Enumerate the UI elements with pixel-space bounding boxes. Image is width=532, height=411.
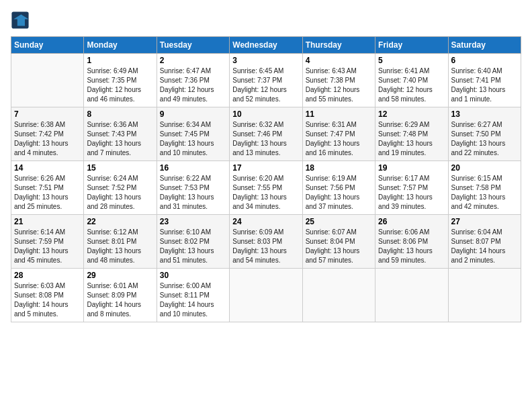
day-number: 11 xyxy=(306,109,372,119)
calendar-cell: 6 Sunrise: 6:40 AMSunset: 7:41 PMDayligh… xyxy=(448,54,521,107)
logo-icon xyxy=(11,11,30,30)
calendar-header-row: SundayMondayTuesdayWednesdayThursdayFrid… xyxy=(11,37,521,54)
calendar-week-row: 7 Sunrise: 6:38 AMSunset: 7:42 PMDayligh… xyxy=(11,107,521,161)
day-info: Sunrise: 6:00 AMSunset: 8:11 PMDaylight:… xyxy=(160,281,226,319)
calendar-cell: 13 Sunrise: 6:27 AMSunset: 7:50 PMDaylig… xyxy=(448,107,521,161)
day-info: Sunrise: 6:19 AMSunset: 7:56 PMDaylight:… xyxy=(306,174,372,212)
calendar-cell: 12 Sunrise: 6:29 AMSunset: 7:48 PMDaylig… xyxy=(375,107,448,161)
day-info: Sunrise: 6:24 AMSunset: 7:52 PMDaylight:… xyxy=(87,174,153,212)
calendar-cell: 10 Sunrise: 6:32 AMSunset: 7:46 PMDaylig… xyxy=(230,107,302,161)
day-info: Sunrise: 6:36 AMSunset: 7:43 PMDaylight:… xyxy=(87,120,153,158)
day-number: 12 xyxy=(378,109,445,119)
day-info: Sunrise: 6:43 AMSunset: 7:38 PMDaylight:… xyxy=(306,66,372,104)
day-info: Sunrise: 6:29 AMSunset: 7:48 PMDaylight:… xyxy=(378,120,445,158)
day-info: Sunrise: 6:07 AMSunset: 8:04 PMDaylight:… xyxy=(306,228,372,265)
day-number: 5 xyxy=(378,56,445,65)
calendar-cell: 3 Sunrise: 6:45 AMSunset: 7:37 PMDayligh… xyxy=(230,54,302,107)
day-number: 20 xyxy=(451,163,518,173)
day-number: 25 xyxy=(306,217,372,226)
page-header xyxy=(11,11,521,30)
day-info: Sunrise: 6:04 AMSunset: 8:07 PMDaylight:… xyxy=(451,228,518,265)
day-number: 4 xyxy=(306,56,372,65)
day-number: 19 xyxy=(378,163,445,173)
calendar-week-row: 1 Sunrise: 6:49 AMSunset: 7:35 PMDayligh… xyxy=(11,54,521,107)
calendar-table: SundayMondayTuesdayWednesdayThursdayFrid… xyxy=(11,36,521,322)
day-info: Sunrise: 6:49 AMSunset: 7:35 PMDaylight:… xyxy=(87,66,153,104)
calendar-cell: 11 Sunrise: 6:31 AMSunset: 7:47 PMDaylig… xyxy=(302,107,375,161)
calendar-week-row: 14 Sunrise: 6:26 AMSunset: 7:51 PMDaylig… xyxy=(11,161,521,215)
weekday-header: Monday xyxy=(84,37,157,54)
calendar-cell: 16 Sunrise: 6:22 AMSunset: 7:53 PMDaylig… xyxy=(157,161,229,215)
day-info: Sunrise: 6:03 AMSunset: 8:08 PMDaylight:… xyxy=(14,281,81,319)
weekday-header: Sunday xyxy=(11,37,84,54)
day-number: 13 xyxy=(451,109,518,119)
day-number: 8 xyxy=(87,109,153,119)
day-number: 30 xyxy=(160,271,226,280)
calendar-cell: 8 Sunrise: 6:36 AMSunset: 7:43 PMDayligh… xyxy=(84,107,157,161)
calendar-body: 1 Sunrise: 6:49 AMSunset: 7:35 PMDayligh… xyxy=(11,54,521,322)
calendar-cell: 26 Sunrise: 6:06 AMSunset: 8:06 PMDaylig… xyxy=(375,215,448,269)
day-info: Sunrise: 6:38 AMSunset: 7:42 PMDaylight:… xyxy=(14,120,81,158)
calendar-cell: 4 Sunrise: 6:43 AMSunset: 7:38 PMDayligh… xyxy=(302,54,375,107)
day-info: Sunrise: 6:32 AMSunset: 7:46 PMDaylight:… xyxy=(232,120,299,158)
calendar-cell: 20 Sunrise: 6:15 AMSunset: 7:58 PMDaylig… xyxy=(448,161,521,215)
calendar-cell: 2 Sunrise: 6:47 AMSunset: 7:36 PMDayligh… xyxy=(157,54,229,107)
day-number: 21 xyxy=(14,217,81,226)
calendar-cell: 5 Sunrise: 6:41 AMSunset: 7:40 PMDayligh… xyxy=(375,54,448,107)
calendar-cell: 9 Sunrise: 6:34 AMSunset: 7:45 PMDayligh… xyxy=(157,107,229,161)
day-number: 15 xyxy=(87,163,153,173)
day-info: Sunrise: 6:12 AMSunset: 8:01 PMDaylight:… xyxy=(87,228,153,265)
day-number: 14 xyxy=(14,163,81,173)
calendar-cell: 1 Sunrise: 6:49 AMSunset: 7:35 PMDayligh… xyxy=(84,54,157,107)
day-info: Sunrise: 6:01 AMSunset: 8:09 PMDaylight:… xyxy=(87,281,153,319)
day-info: Sunrise: 6:06 AMSunset: 8:06 PMDaylight:… xyxy=(378,228,445,265)
day-number: 27 xyxy=(451,217,518,226)
calendar-cell xyxy=(11,54,84,107)
weekday-header: Saturday xyxy=(448,37,521,54)
day-info: Sunrise: 6:22 AMSunset: 7:53 PMDaylight:… xyxy=(160,174,226,212)
calendar-cell: 28 Sunrise: 6:03 AMSunset: 8:08 PMDaylig… xyxy=(11,269,84,322)
day-number: 3 xyxy=(232,56,299,65)
calendar-cell: 27 Sunrise: 6:04 AMSunset: 8:07 PMDaylig… xyxy=(448,215,521,269)
day-number: 10 xyxy=(232,109,299,119)
calendar-cell: 25 Sunrise: 6:07 AMSunset: 8:04 PMDaylig… xyxy=(302,215,375,269)
day-number: 22 xyxy=(87,217,153,226)
calendar-cell: 22 Sunrise: 6:12 AMSunset: 8:01 PMDaylig… xyxy=(84,215,157,269)
day-number: 1 xyxy=(87,56,153,65)
weekday-header: Tuesday xyxy=(157,37,229,54)
calendar-cell: 17 Sunrise: 6:20 AMSunset: 7:55 PMDaylig… xyxy=(230,161,302,215)
day-number: 18 xyxy=(306,163,372,173)
logo xyxy=(11,11,32,30)
calendar-cell: 24 Sunrise: 6:09 AMSunset: 8:03 PMDaylig… xyxy=(230,215,302,269)
calendar-cell xyxy=(375,269,448,322)
calendar-cell: 14 Sunrise: 6:26 AMSunset: 7:51 PMDaylig… xyxy=(11,161,84,215)
calendar-week-row: 21 Sunrise: 6:14 AMSunset: 7:59 PMDaylig… xyxy=(11,215,521,269)
calendar-cell: 21 Sunrise: 6:14 AMSunset: 7:59 PMDaylig… xyxy=(11,215,84,269)
day-number: 28 xyxy=(14,271,81,280)
calendar-cell xyxy=(230,269,302,322)
day-number: 9 xyxy=(160,109,226,119)
day-number: 17 xyxy=(232,163,299,173)
calendar-cell: 7 Sunrise: 6:38 AMSunset: 7:42 PMDayligh… xyxy=(11,107,84,161)
weekday-header: Friday xyxy=(375,37,448,54)
day-number: 23 xyxy=(160,217,226,226)
weekday-header: Wednesday xyxy=(230,37,302,54)
day-info: Sunrise: 6:34 AMSunset: 7:45 PMDaylight:… xyxy=(160,120,226,158)
day-info: Sunrise: 6:31 AMSunset: 7:47 PMDaylight:… xyxy=(306,120,372,158)
day-info: Sunrise: 6:40 AMSunset: 7:41 PMDaylight:… xyxy=(451,66,518,104)
calendar-cell: 23 Sunrise: 6:10 AMSunset: 8:02 PMDaylig… xyxy=(157,215,229,269)
day-info: Sunrise: 6:14 AMSunset: 7:59 PMDaylight:… xyxy=(14,228,81,265)
day-info: Sunrise: 6:09 AMSunset: 8:03 PMDaylight:… xyxy=(232,228,299,265)
day-info: Sunrise: 6:45 AMSunset: 7:37 PMDaylight:… xyxy=(232,66,299,104)
day-number: 26 xyxy=(378,217,445,226)
day-number: 16 xyxy=(160,163,226,173)
calendar-cell: 19 Sunrise: 6:17 AMSunset: 7:57 PMDaylig… xyxy=(375,161,448,215)
day-info: Sunrise: 6:26 AMSunset: 7:51 PMDaylight:… xyxy=(14,174,81,212)
day-number: 7 xyxy=(14,109,81,119)
day-number: 24 xyxy=(232,217,299,226)
day-number: 6 xyxy=(451,56,518,65)
calendar-cell: 29 Sunrise: 6:01 AMSunset: 8:09 PMDaylig… xyxy=(84,269,157,322)
calendar-cell: 18 Sunrise: 6:19 AMSunset: 7:56 PMDaylig… xyxy=(302,161,375,215)
calendar-cell: 15 Sunrise: 6:24 AMSunset: 7:52 PMDaylig… xyxy=(84,161,157,215)
calendar-cell xyxy=(448,269,521,322)
